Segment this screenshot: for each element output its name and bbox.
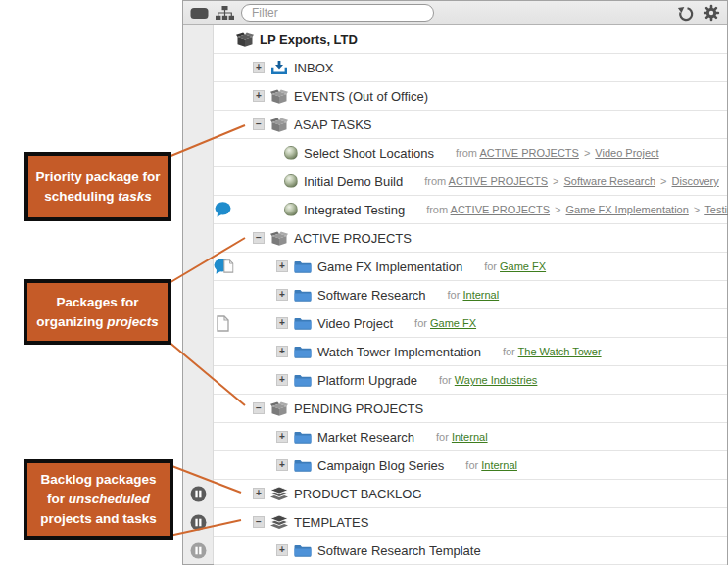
tree-row-templates[interactable]: −TEMPLATES	[214, 508, 727, 537]
breadcrumb-link[interactable]: The Watch Tower	[518, 346, 602, 357]
item-label: ASAP TASKS	[294, 118, 372, 132]
expander-toggle[interactable]: +	[276, 346, 288, 357]
package-icon	[270, 231, 288, 246]
breadcrumb-link[interactable]: Internal	[452, 431, 488, 443]
tree-row-software-research-template[interactable]: +Software Research Template	[214, 537, 727, 565]
package-icon	[270, 401, 288, 416]
breadcrumb-link[interactable]: Wayne Industries	[455, 374, 538, 386]
expander-toggle[interactable]: +	[276, 459, 288, 471]
folder-icon	[294, 289, 312, 302]
item-label: Select Shoot Locations	[304, 146, 434, 161]
tree-row-game-fx-implementation[interactable]: +Game FX Implementationfor Game FX	[214, 253, 727, 281]
tree-row-product-backlog[interactable]: +PRODUCT BACKLOG	[214, 480, 727, 508]
card-view-icon[interactable]	[190, 7, 209, 20]
tree-row-asap-tasks[interactable]: −ASAP TASKS	[214, 111, 727, 139]
filter-input[interactable]	[241, 4, 434, 22]
breadcrumb-link[interactable]: ACTIVE PROJECTS	[451, 204, 550, 215]
tree-row-select-shoot-locations[interactable]: Select Shoot Locationsfrom ACTIVE PROJEC…	[214, 139, 727, 167]
expander-toggle[interactable]: +	[276, 431, 288, 443]
tree-row-watch-tower-implementation[interactable]: +Watch Tower Implementationfor The Watch…	[214, 338, 727, 366]
tree-row-inbox[interactable]: +INBOX	[214, 54, 727, 82]
parent-breadcrumb: for Internal	[465, 459, 517, 471]
expander-toggle[interactable]: +	[253, 62, 265, 73]
item-label: Software Research	[317, 288, 426, 303]
tree-row-campaign-blog-series[interactable]: +Campaign Blog Seriesfor Internal	[214, 451, 727, 480]
document-icon[interactable]	[223, 259, 234, 276]
workspace-package-icon	[236, 32, 254, 47]
tree-row-initial-demo-build[interactable]: Initial Demo Buildfrom ACTIVE PROJECTS>S…	[214, 167, 727, 196]
expander-toggle[interactable]: +	[276, 260, 288, 272]
annotation-priority-package: Priority package forscheduling tasks	[24, 152, 171, 221]
item-label: Initial Demo Build	[304, 174, 403, 189]
annotation-text-line: projects and tasks	[31, 509, 166, 529]
item-label: Watch Tower Implementation	[317, 345, 481, 359]
parent-breadcrumb: from ACTIVE PROJECTS>Game FX Implementat…	[426, 204, 728, 215]
parent-breadcrumb: for Internal	[448, 289, 500, 301]
breadcrumb-link[interactable]: Game FX	[430, 317, 476, 329]
backlog-stack-icon	[270, 515, 288, 530]
item-label: INBOX	[294, 61, 333, 75]
tree-row-video-project[interactable]: +Video Projectfor Game FX	[214, 309, 727, 338]
parent-breadcrumb: from ACTIVE PROJECTS>Video Project	[456, 147, 659, 159]
item-label: Platform Upgrade	[317, 373, 417, 388]
breadcrumb-link[interactable]: Discovery	[672, 175, 719, 187]
item-label: EVENTS (Out of Office)	[294, 89, 428, 104]
undo-icon[interactable]	[677, 5, 695, 22]
comment-icon[interactable]	[215, 202, 231, 221]
folder-icon	[294, 544, 312, 557]
tree-row-active-projects[interactable]: −ACTIVE PROJECTS	[214, 224, 727, 253]
expander-toggle[interactable]: −	[253, 516, 265, 528]
expander-toggle[interactable]: +	[253, 90, 265, 102]
breadcrumb-link[interactable]: ACTIVE PROJECTS	[479, 147, 578, 159]
parent-breadcrumb: for The Watch Tower	[503, 346, 602, 357]
expander-toggle[interactable]: −	[253, 118, 265, 130]
expander-toggle[interactable]: +	[276, 317, 288, 329]
pause-light-icon	[190, 542, 207, 563]
tree-row-events-out-of-office[interactable]: +EVENTS (Out of Office)	[214, 82, 727, 111]
pause-icon	[190, 486, 207, 506]
item-label: ACTIVE PROJECTS	[294, 231, 412, 246]
breadcrumb-separator: >	[694, 204, 700, 215]
backlog-stack-icon	[270, 487, 288, 501]
tree-row-lp-exports-ltd[interactable]: LP Exports, LTD	[214, 25, 727, 54]
breadcrumb-link[interactable]: Video Project	[595, 147, 658, 159]
task-icon	[284, 203, 298, 216]
expander-toggle[interactable]: −	[253, 402, 265, 414]
folder-icon	[294, 260, 312, 273]
relation-label: for	[439, 374, 452, 386]
tree-rows: LP Exports, LTD+INBOX+EVENTS (Out of Off…	[214, 25, 727, 565]
status-gutter	[183, 25, 214, 564]
relation-label: for	[448, 289, 461, 301]
parent-breadcrumb: for Game FX	[414, 317, 476, 329]
tree-row-pending-projects[interactable]: −PENDING PROJECTS	[214, 395, 727, 423]
tree-row-software-research[interactable]: +Software Researchfor Internal	[214, 281, 727, 309]
relation-label: from	[424, 175, 446, 187]
breadcrumb-link[interactable]: Software Research	[564, 175, 656, 187]
expander-toggle[interactable]: +	[276, 374, 288, 386]
breadcrumb-link[interactable]: ACTIVE PROJECTS	[449, 175, 548, 187]
document-icon[interactable]	[217, 315, 229, 336]
expander-toggle[interactable]: +	[276, 544, 288, 556]
hierarchy-view-icon[interactable]	[216, 6, 234, 20]
parent-breadcrumb: for Game FX	[484, 260, 546, 272]
tree-row-integrated-testing[interactable]: Integrated Testingfrom ACTIVE PROJECTS>G…	[214, 196, 727, 224]
task-icon	[284, 146, 298, 160]
relation-label: for	[503, 346, 515, 357]
annotation-text-line: scheduling tasks	[32, 187, 164, 207]
gear-icon[interactable]	[703, 4, 720, 22]
toolbar-right-group	[677, 4, 720, 22]
expander-toggle[interactable]: +	[276, 289, 288, 301]
package-icon	[270, 89, 288, 104]
expander-toggle[interactable]: −	[253, 232, 265, 244]
breadcrumb-link[interactable]: Game FX	[500, 260, 546, 272]
breadcrumb-link[interactable]: Game FX Implementation	[565, 204, 688, 215]
breadcrumb-link[interactable]: Internal	[481, 459, 517, 471]
breadcrumb-link[interactable]: Internal	[462, 289, 499, 301]
tree-row-platform-upgrade[interactable]: +Platform Upgradefor Wayne Industries	[214, 366, 727, 395]
breadcrumb-link[interactable]: Testing	[704, 204, 728, 215]
item-label: PRODUCT BACKLOG	[294, 487, 422, 501]
tree-row-market-research[interactable]: +Market Researchfor Internal	[214, 423, 727, 451]
folder-icon	[294, 431, 312, 444]
expander-toggle[interactable]: +	[253, 488, 265, 499]
breadcrumb-separator: >	[553, 175, 558, 187]
